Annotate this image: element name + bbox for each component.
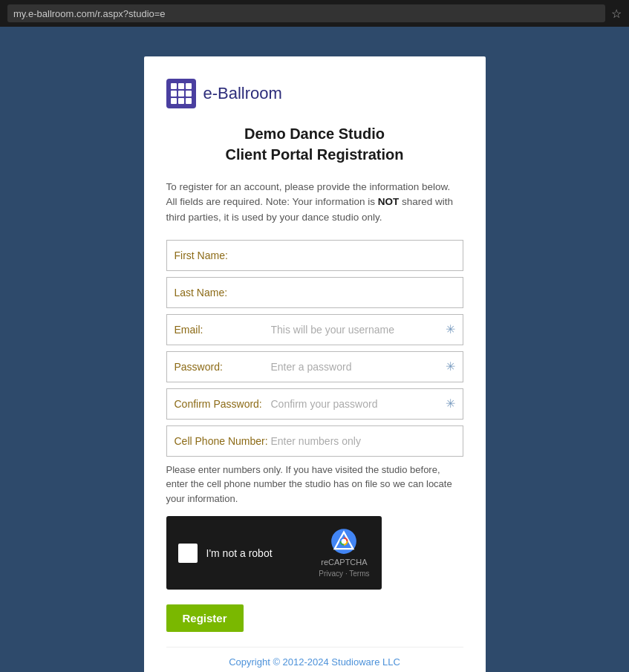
last-name-input[interactable]: [271, 287, 455, 299]
phone-input[interactable]: [271, 435, 455, 447]
recaptcha-logo-icon: [330, 528, 357, 555]
registration-card: e-Ballroom Demo Dance Studio Client Port…: [144, 56, 486, 672]
first-name-label: First Name:: [175, 249, 271, 261]
logo-cell: [186, 91, 192, 97]
page-title-section: Demo Dance Studio Client Portal Registra…: [166, 123, 463, 165]
confirm-password-input[interactable]: [271, 398, 442, 410]
confirm-password-label: Confirm Password:: [175, 398, 271, 410]
email-label: Email:: [175, 324, 271, 336]
logo-cell: [178, 98, 184, 104]
last-name-label: Last Name:: [175, 287, 271, 299]
password-spinner-icon: ✳: [446, 359, 455, 373]
confirm-password-spinner-icon: ✳: [446, 397, 455, 411]
phone-field: Cell Phone Number:: [166, 425, 463, 457]
app-logo-icon: [166, 79, 196, 108]
recaptcha-widget[interactable]: I'm not a robot reCAPTCHA Privacy · Term…: [166, 516, 382, 590]
recaptcha-links: Privacy · Terms: [319, 570, 369, 578]
email-spinner-icon: ✳: [446, 322, 455, 336]
password-input[interactable]: [271, 361, 442, 373]
logo-cell: [186, 83, 192, 89]
first-name-field: First Name:: [166, 240, 463, 271]
bookmark-icon[interactable]: ☆: [611, 7, 622, 21]
browser-chrome: my.e-ballroom.com/r.aspx?studio=e ☆: [0, 0, 629, 27]
recaptcha-left: I'm not a robot: [178, 544, 273, 563]
page-title: Demo Dance Studio Client Portal Registra…: [166, 123, 463, 165]
last-name-field: Last Name:: [166, 277, 463, 308]
first-name-input[interactable]: [271, 249, 455, 261]
app-name: e-Ballroom: [203, 84, 282, 103]
password-field: Password: ✳: [166, 351, 463, 382]
logo-cell: [171, 91, 177, 97]
confirm-password-field: Confirm Password: ✳: [166, 388, 463, 420]
recaptcha-brand-text: reCAPTCHA: [321, 558, 367, 567]
recaptcha-right: reCAPTCHA Privacy · Terms: [319, 528, 369, 578]
recaptcha-checkbox[interactable]: [178, 544, 198, 563]
address-bar[interactable]: my.e-ballroom.com/r.aspx?studio=e: [7, 4, 605, 22]
recaptcha-label: I'm not a robot: [206, 547, 273, 559]
register-button[interactable]: Register: [166, 604, 244, 632]
footer: Copyright © 2012-2024 Studioware LLC: [166, 647, 463, 668]
logo-grid: [171, 83, 192, 104]
page-background: e-Ballroom Demo Dance Studio Client Port…: [0, 27, 629, 672]
logo-cell: [171, 98, 177, 104]
email-field: Email: ✳: [166, 314, 463, 345]
phone-helper-text: Please enter numbers only. If you have v…: [166, 463, 463, 506]
password-label: Password:: [175, 361, 271, 373]
phone-label: Cell Phone Number:: [175, 435, 271, 447]
logo-row: e-Ballroom: [166, 79, 463, 108]
url-text: my.e-ballroom.com/r.aspx?studio=e: [13, 8, 166, 19]
email-input[interactable]: [271, 324, 442, 336]
logo-cell: [178, 83, 184, 89]
intro-paragraph: To register for an account, please provi…: [166, 180, 463, 225]
logo-cell: [178, 91, 184, 97]
copyright-text: Copyright © 2012-2024 Studioware LLC: [229, 656, 400, 668]
logo-cell: [171, 83, 177, 89]
logo-cell: [186, 98, 192, 104]
